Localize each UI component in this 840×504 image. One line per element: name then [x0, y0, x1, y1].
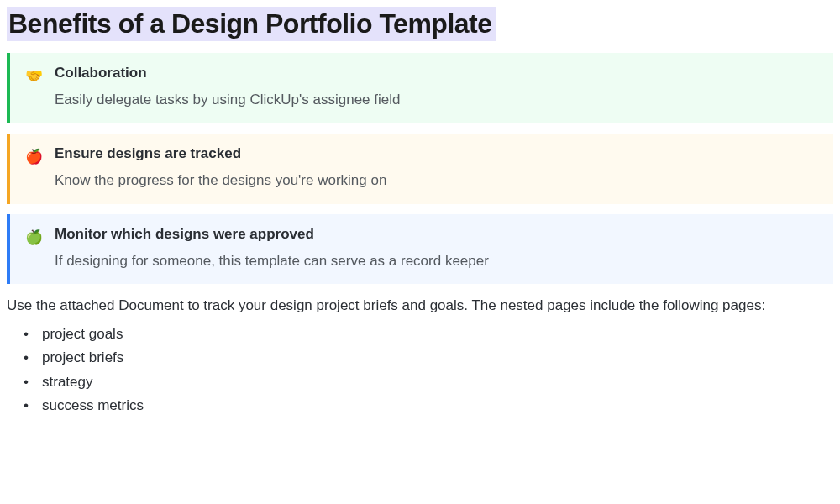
callout-text: Ensure designs are trackedKnow the progr…: [55, 145, 818, 191]
callout-body: 🍎Ensure designs are trackedKnow the prog…: [10, 134, 833, 204]
nested-pages-list[interactable]: project goalsproject briefsstrategysucce…: [7, 323, 833, 417]
callout-body: 🤝CollaborationEasily delegate tasks by u…: [10, 53, 833, 123]
intro-paragraph[interactable]: Use the attached Document to track your …: [7, 294, 833, 318]
callout-title: Monitor which designs were approved: [55, 226, 818, 243]
list-item[interactable]: strategy: [24, 370, 833, 394]
callout-emoji-icon: 🍎: [25, 146, 43, 168]
list-item[interactable]: project briefs: [24, 346, 833, 370]
callout-title: Collaboration: [55, 65, 818, 81]
callout-description: Know the progress for the designs you're…: [55, 171, 818, 191]
callout-text: Monitor which designs were approvedIf de…: [55, 226, 818, 271]
callout-emoji-icon: 🤝: [25, 66, 43, 87]
callout-block[interactable]: 🍎Ensure designs are trackedKnow the prog…: [7, 134, 833, 204]
list-item[interactable]: success metrics: [24, 394, 833, 417]
callout-block[interactable]: 🍏Monitor which designs were approvedIf d…: [7, 214, 833, 285]
list-item[interactable]: project goals: [24, 323, 833, 346]
callout-body: 🍏Monitor which designs were approvedIf d…: [10, 214, 833, 285]
callout-block[interactable]: 🤝CollaborationEasily delegate tasks by u…: [7, 53, 833, 123]
callout-emoji-icon: 🍏: [25, 227, 43, 249]
page-title[interactable]: Benefits of a Design Portfolio Template: [7, 7, 496, 41]
callout-title: Ensure designs are tracked: [55, 145, 818, 162]
callout-text: CollaborationEasily delegate tasks by us…: [55, 65, 818, 110]
text-cursor: [144, 400, 144, 415]
callout-description: Easily delegate tasks by using ClickUp's…: [55, 90, 818, 110]
callout-description: If designing for someone, this template …: [55, 251, 818, 271]
